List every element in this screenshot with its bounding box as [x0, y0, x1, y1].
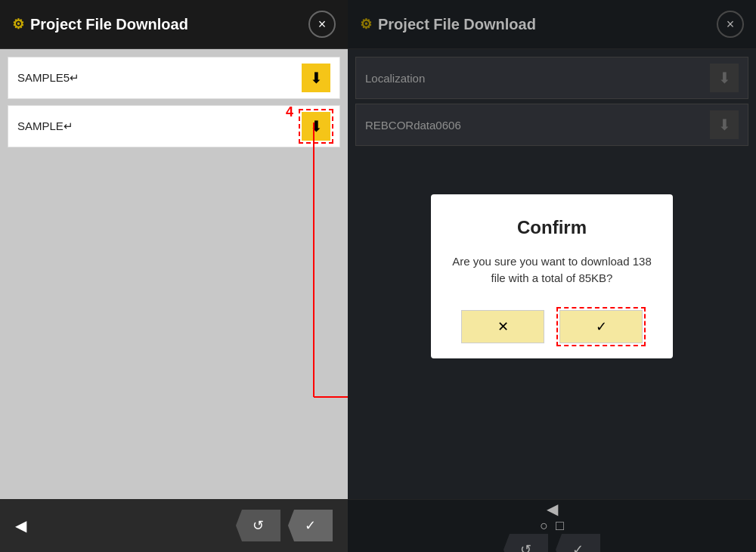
right-panel: ⚙ Project File Download × Localization ⬇… — [348, 0, 756, 552]
confirm-dialog-overlay: Confirm Are you sure you want to downloa… — [348, 0, 756, 552]
gear-icon: ⚙ — [12, 16, 24, 33]
confirm-ok-button[interactable]: ✓ — [559, 310, 643, 343]
left-close-button[interactable]: × — [308, 11, 336, 38]
confirm-title: Confirm — [517, 217, 587, 238]
confirm-message: Are you sure you want to download 138 fi… — [446, 253, 658, 287]
download-icon-2: ⬇ — [310, 117, 323, 135]
left-footer-buttons: ↺ ✓ — [236, 510, 333, 541]
left-undo-button[interactable]: ↺ — [236, 510, 280, 541]
left-confirm-button[interactable]: ✓ — [288, 510, 333, 541]
download-button-1[interactable]: ⬇ — [302, 64, 330, 92]
file-name-1: SAMPLE5↵ — [17, 71, 79, 85]
confirm-buttons: ✕ ✓ — [461, 310, 643, 343]
file-row-2: SAMPLE↵ ⬇ — [8, 105, 340, 147]
left-panel-title: ⚙ Project File Download — [12, 16, 188, 33]
download-button-2[interactable]: ⬇ — [302, 112, 330, 141]
left-back-arrow[interactable]: ◀ — [15, 516, 26, 535]
confirm-cancel-button[interactable]: ✕ — [461, 310, 544, 343]
file-row-1: SAMPLE5↵ ⬇ — [8, 57, 340, 99]
download-icon-1: ⬇ — [310, 69, 323, 87]
left-file-list: SAMPLE5↵ ⬇ SAMPLE↵ ⬇ — [0, 49, 348, 499]
left-panel-header: ⚙ Project File Download × — [0, 0, 348, 49]
left-panel: ⚙ Project File Download × SAMPLE5↵ ⬇ SAM… — [0, 0, 348, 552]
screenshot-container: ⚙ Project File Download × SAMPLE5↵ ⬇ SAM… — [0, 0, 756, 552]
file-name-2: SAMPLE↵ — [17, 119, 73, 133]
confirm-dialog: Confirm Are you sure you want to downloa… — [431, 194, 673, 358]
left-panel-footer: ◀ ↺ ✓ — [0, 499, 348, 552]
left-title-text: Project File Download — [30, 16, 188, 33]
